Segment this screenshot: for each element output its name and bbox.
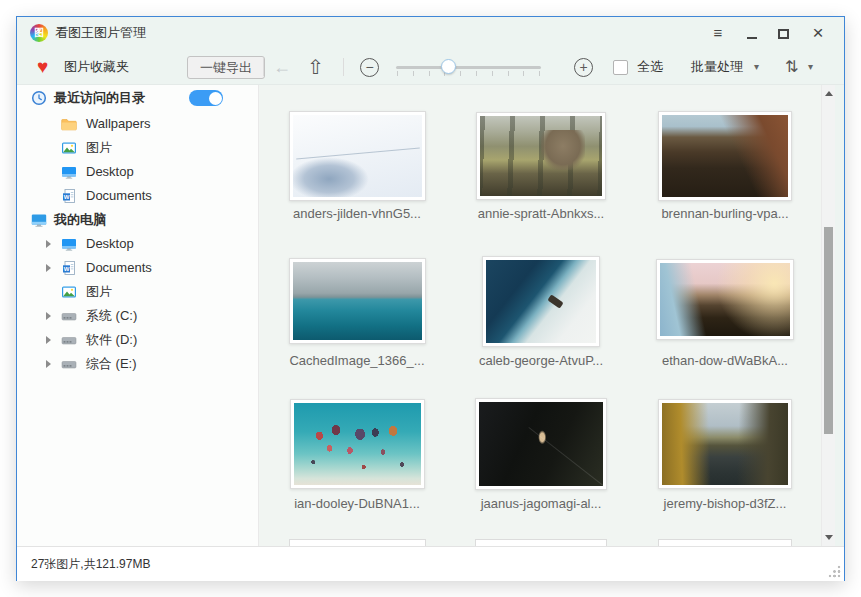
export-button[interactable]: 一键导出 (187, 56, 265, 79)
chevron-down-icon[interactable]: ▾ (808, 49, 813, 85)
thumbnail-photo (480, 116, 602, 196)
thumbnail-grid: anders-jilden-vhnG5... annie-spratt-Abnk… (259, 85, 821, 546)
toolbar-divider (263, 58, 264, 76)
sort-button[interactable]: ⇅ (785, 49, 798, 85)
main-area: 最近访问的目录 Wallpapers 图片 Desktop W Document… (17, 85, 844, 546)
toolbar: ♥ 图片收藏夹 一键导出 ← ⇧ − + 全选 批量处理 ▾ ⇅ ▾ (17, 49, 844, 85)
scroll-thumb[interactable] (824, 227, 833, 434)
sidebar-item-label: Documents (86, 256, 152, 280)
select-all-label[interactable]: 全选 (637, 49, 663, 85)
thumbnail-photo (293, 115, 422, 197)
expand-arrow-icon[interactable] (46, 312, 51, 320)
select-all-checkbox[interactable] (613, 60, 628, 75)
sidebar-item-documents[interactable]: W Documents (17, 184, 259, 208)
thumbnail-filename[interactable]: annie-spratt-Abnkxs... (451, 206, 631, 221)
sidebar-item-drive-c[interactable]: 系统 (C:) (17, 304, 259, 328)
chevron-down-icon[interactable]: ▾ (754, 49, 759, 85)
thumbnail-photo (293, 262, 422, 340)
thumbnail-filename[interactable]: ian-dooley-DuBNA1... (267, 496, 447, 511)
expand-arrow-icon[interactable] (46, 360, 51, 368)
thumbnail-filename[interactable]: caleb-george-AtvuP... (451, 353, 631, 368)
sidebar-item-label: Desktop (86, 160, 134, 184)
slider-thumb[interactable] (441, 59, 456, 74)
sidebar-item-label: 系统 (C:) (86, 304, 137, 328)
thumbnail-card[interactable] (658, 399, 792, 489)
sidebar-item-label: 软件 (D:) (86, 328, 137, 352)
zoom-out-button[interactable]: − (360, 58, 379, 77)
drive-icon (61, 332, 77, 348)
app-icon: 图 (30, 24, 48, 42)
minimize-icon (747, 37, 757, 39)
thumbnail-filename[interactable]: jaanus-jagomagi-al... (451, 496, 631, 511)
menu-button[interactable]: ≡ (703, 17, 733, 49)
expand-arrow-icon[interactable] (46, 240, 51, 248)
recent-header-label: 最近访问的目录 (54, 86, 145, 110)
thumbnail-card[interactable] (476, 112, 606, 200)
thumbnail-card-partial[interactable] (289, 539, 426, 546)
svg-text:W: W (64, 194, 70, 200)
thumbnail-card[interactable] (290, 399, 425, 489)
zoom-slider[interactable] (396, 49, 541, 85)
thumbnail-filename[interactable]: brennan-burling-vpa... (635, 206, 815, 221)
slider-ticks (397, 71, 541, 76)
scrollbar[interactable] (821, 85, 835, 546)
zoom-in-button[interactable]: + (574, 58, 593, 77)
favorites-label[interactable]: 图片收藏夹 (64, 49, 129, 85)
sidebar-header-recent[interactable]: 最近访问的目录 (17, 86, 259, 110)
menu-icon: ≡ (714, 24, 723, 41)
thumbnail-photo (660, 263, 790, 336)
resize-grip[interactable] (828, 565, 841, 578)
thumbnail-card[interactable] (289, 111, 426, 201)
scroll-down-icon[interactable] (825, 535, 833, 540)
sidebar-item-pictures[interactable]: 图片 (17, 136, 259, 160)
sidebar-header-computer[interactable]: 我的电脑 (17, 208, 259, 232)
sidebar-item-desktop[interactable]: Desktop (17, 160, 259, 184)
maximize-button[interactable] (768, 17, 798, 49)
thumbnail-card-partial[interactable] (475, 539, 607, 546)
sidebar-item-computer-pictures[interactable]: 图片 (17, 280, 259, 304)
status-text: 27张图片,共121.97MB (31, 547, 150, 581)
titlebar: 图 看图王图片管理 ≡ × (17, 17, 844, 49)
computer-icon (31, 212, 47, 228)
close-button[interactable]: × (803, 17, 833, 49)
heart-icon: ♥ (37, 49, 48, 85)
minimize-button[interactable] (737, 17, 767, 49)
thumbnail-card[interactable] (656, 259, 794, 340)
expand-arrow-icon[interactable] (46, 264, 51, 272)
sidebar-item-wallpapers[interactable]: Wallpapers (17, 112, 259, 136)
drive-icon (61, 308, 77, 324)
pictures-icon (61, 140, 77, 156)
sidebar-item-drive-e[interactable]: 综合 (E:) (17, 352, 259, 376)
thumbnail-card[interactable] (289, 258, 426, 344)
slider-track[interactable] (396, 66, 541, 69)
recent-toggle[interactable] (189, 90, 223, 106)
thumbnail-photo (486, 260, 596, 343)
svg-text:W: W (64, 266, 70, 272)
maximize-icon (778, 29, 789, 39)
sidebar-item-drive-d[interactable]: 软件 (D:) (17, 328, 259, 352)
thumbnail-filename[interactable]: jeremy-bishop-d3fZ... (635, 496, 815, 511)
thumbnail-filename[interactable]: anders-jilden-vhnG5... (267, 206, 447, 221)
home-button[interactable]: ⇧ (307, 49, 324, 85)
sidebar-item-computer-documents[interactable]: W Documents (17, 256, 259, 280)
close-icon: × (812, 22, 823, 43)
thumbnail-photo (662, 115, 788, 197)
thumbnail-card-partial[interactable] (658, 539, 792, 546)
thumbnail-filename[interactable]: ethan-dow-dWaBkA... (635, 353, 815, 368)
folder-icon (61, 116, 77, 132)
sidebar-item-label: 综合 (E:) (86, 352, 137, 376)
thumbnail-card[interactable] (482, 256, 600, 347)
thumbnail-card[interactable] (475, 398, 607, 490)
sidebar-item-label: Documents (86, 184, 152, 208)
batch-menu[interactable]: 批量处理 (691, 49, 743, 85)
sidebar-item-label: 图片 (86, 280, 112, 304)
scroll-up-icon[interactable] (825, 91, 833, 96)
thumbnail-filename[interactable]: CachedImage_1366_... (267, 353, 447, 368)
desktop-icon (61, 164, 77, 180)
expand-arrow-icon[interactable] (46, 336, 51, 344)
thumbnail-card[interactable] (658, 111, 792, 201)
sidebar-item-computer-desktop[interactable]: Desktop (17, 232, 259, 256)
sidebar: 最近访问的目录 Wallpapers 图片 Desktop W Document… (17, 85, 259, 546)
computer-header-label: 我的电脑 (54, 208, 106, 232)
back-button[interactable]: ← (273, 49, 291, 85)
